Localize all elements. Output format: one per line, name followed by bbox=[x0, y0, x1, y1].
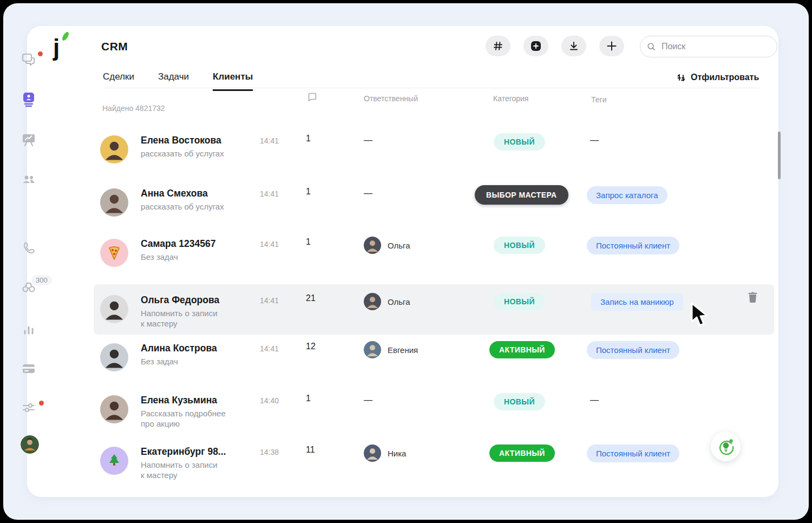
message-time: 14:40 bbox=[260, 396, 279, 405]
client-task: Без задач bbox=[141, 252, 215, 262]
profile-avatar[interactable] bbox=[21, 435, 39, 454]
message-count: 11 bbox=[306, 445, 315, 455]
add-button[interactable] bbox=[599, 36, 624, 56]
bar-chart-icon bbox=[21, 322, 36, 337]
responsible-cell: Ольга bbox=[364, 293, 410, 310]
client-info: Елена КузьминаРассказать подробнее про а… bbox=[141, 394, 226, 429]
sidebar-item-crm[interactable] bbox=[19, 90, 38, 109]
people-icon bbox=[21, 172, 37, 188]
presentation-board-icon bbox=[21, 132, 37, 148]
sidebar-item-analytics-board[interactable] bbox=[19, 130, 38, 149]
tag-badge[interactable]: Запрос каталога bbox=[587, 186, 667, 204]
category-badge[interactable]: НОВЫЙ bbox=[494, 133, 545, 151]
table-row[interactable]: Елена КузьминаРассказать подробнее про а… bbox=[94, 384, 774, 435]
responsible-name: Ольга bbox=[388, 241, 410, 250]
add-to-group-button[interactable] bbox=[523, 36, 548, 56]
tags-empty: — bbox=[590, 395, 599, 405]
delete-button[interactable] bbox=[748, 291, 758, 305]
tips-button[interactable] bbox=[711, 432, 741, 461]
column-responsible: Ответственный bbox=[364, 94, 418, 103]
client-name: Елена Кузьмина bbox=[141, 394, 226, 406]
category-badge[interactable]: АКТИВНЫЙ bbox=[489, 444, 555, 462]
table-row[interactable]: Самара 1234567Без задач14:411ОльгаНОВЫЙП… bbox=[94, 228, 774, 278]
responsible-avatar bbox=[364, 444, 381, 462]
chat-bubbles-icon bbox=[21, 51, 37, 68]
table-row[interactable]: Анна Смеховарассказать об услугах14:411—… bbox=[94, 178, 774, 228]
tag-badge[interactable]: Запись на маникюр bbox=[591, 293, 683, 311]
download-icon bbox=[568, 41, 579, 51]
search-input[interactable] bbox=[660, 41, 770, 52]
responsible-name: Евгения bbox=[388, 345, 418, 355]
client-info: Алина КостроваБез задач bbox=[141, 342, 217, 367]
client-task: рассказать об услугах bbox=[141, 148, 224, 159]
column-tags: Теги bbox=[591, 95, 606, 104]
client-name: Анна Смехова bbox=[141, 187, 224, 199]
sidebar-item-chats[interactable] bbox=[19, 50, 38, 69]
tag-badge[interactable]: Постоянный клиент bbox=[587, 444, 679, 462]
app-logo[interactable]: j bbox=[50, 31, 75, 62]
category-badge[interactable]: НОВЫЙ bbox=[494, 237, 545, 254]
message-time: 14:38 bbox=[260, 448, 279, 456]
hash-button[interactable] bbox=[486, 36, 510, 56]
responsible-empty: — bbox=[364, 188, 372, 198]
sidebar-item-stats[interactable] bbox=[19, 320, 38, 338]
sliders-icon bbox=[21, 400, 37, 416]
sidebar-item-calls[interactable] bbox=[19, 239, 38, 258]
column-category: Категория bbox=[493, 94, 528, 103]
table-row[interactable]: Екатеринбург 98...Напомнить о записи к м… bbox=[94, 436, 774, 486]
tag-badge[interactable]: Постоянный клиент bbox=[587, 341, 679, 359]
credit-card-icon bbox=[21, 361, 37, 377]
message-time: 14:41 bbox=[260, 240, 279, 249]
client-info: Самара 1234567Без задач bbox=[141, 238, 215, 262]
client-task: Напомнить о записи к мастеру bbox=[141, 308, 219, 329]
responsible-name: Ника bbox=[388, 449, 406, 458]
message-count: 1 bbox=[306, 237, 311, 247]
category-badge[interactable]: АКТИВНЫЙ bbox=[489, 341, 555, 358]
client-avatar bbox=[100, 447, 128, 475]
search-icon bbox=[647, 42, 656, 52]
responsible-name: Ольга bbox=[388, 297, 410, 306]
crm-contact-icon bbox=[20, 91, 37, 108]
lightbulb-icon bbox=[717, 437, 735, 456]
message-time: 14:41 bbox=[260, 189, 279, 198]
client-task: Рассказать подробнее про акцию bbox=[141, 408, 226, 429]
main-window: j CRM bbox=[27, 26, 778, 497]
category-badge[interactable]: ВЫБОР МАСТЕРА bbox=[475, 185, 568, 205]
message-time: 14:41 bbox=[260, 136, 279, 145]
message-time: 14:41 bbox=[260, 296, 279, 305]
client-info: Анна Смеховарассказать об услугах bbox=[141, 187, 224, 212]
client-name: Елена Востокова bbox=[141, 134, 224, 146]
table-row[interactable]: Алина КостроваБез задач14:4112ЕвгенияАКТ… bbox=[94, 332, 774, 383]
sidebar-item-settings[interactable] bbox=[19, 398, 38, 417]
client-name: Самара 1234567 bbox=[141, 238, 215, 250]
sidebar-item-payments[interactable] bbox=[19, 359, 38, 378]
client-avatar bbox=[100, 239, 128, 267]
category-badge[interactable]: НОВЫЙ bbox=[494, 393, 545, 410]
settings-notification-dot bbox=[39, 401, 44, 406]
filter-button[interactable]: Отфильтровать bbox=[677, 73, 759, 82]
download-button[interactable] bbox=[561, 36, 586, 56]
add-square-icon bbox=[530, 40, 542, 52]
client-task: рассказать об услугах bbox=[141, 201, 224, 212]
message-count: 1 bbox=[306, 187, 311, 197]
client-info: Ольга ФедороваНапомнить о записи к масте… bbox=[141, 294, 219, 329]
results-count: Найдено 4821732 bbox=[102, 104, 165, 113]
client-name: Алина Кострова bbox=[141, 342, 217, 354]
hash-icon bbox=[493, 41, 503, 51]
category-badge[interactable]: НОВЫЙ bbox=[494, 293, 545, 310]
tag-badge[interactable]: Постоянный клиент bbox=[587, 237, 679, 254]
sidebar-item-contacts[interactable] bbox=[19, 171, 38, 189]
responsible-avatar bbox=[364, 341, 381, 358]
message-count: 1 bbox=[306, 134, 311, 143]
table-row[interactable]: Елена Востоковарассказать об услугах14:4… bbox=[94, 125, 774, 175]
table-row[interactable]: Ольга ФедороваНапомнить о записи к масте… bbox=[94, 284, 774, 335]
responsible-cell: Ника bbox=[364, 444, 406, 462]
page-title: CRM bbox=[101, 40, 128, 53]
responsible-cell: Евгения bbox=[364, 341, 418, 358]
chats-notification-dot bbox=[38, 51, 43, 56]
responsible-empty: — bbox=[364, 135, 372, 145]
responsible-avatar bbox=[364, 293, 381, 310]
scrollbar-thumb[interactable] bbox=[778, 132, 781, 179]
search-box[interactable] bbox=[640, 36, 777, 57]
client-avatar bbox=[100, 395, 128, 423]
